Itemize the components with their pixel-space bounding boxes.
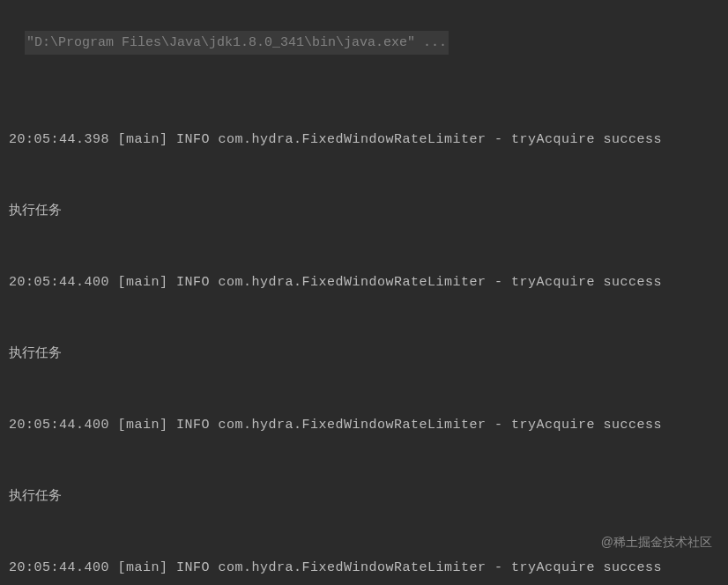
log-line: 20:05:44.400 [main] INFO com.hydra.Fixed…: [9, 413, 719, 437]
log-line: 20:05:44.400 [main] INFO com.hydra.Fixed…: [9, 270, 719, 294]
task-result: 执行任务: [9, 342, 719, 366]
watermark: @稀土掘金技术社区: [601, 531, 712, 553]
task-result: 执行任务: [9, 199, 719, 223]
console-output[interactable]: "D:\Program Files\Java\jdk1.8.0_341\bin\…: [9, 7, 719, 585]
command-line: "D:\Program Files\Java\jdk1.8.0_341\bin\…: [25, 31, 449, 55]
log-entries: 20:05:44.398 [main] INFO com.hydra.Fixed…: [9, 80, 719, 585]
log-line: 20:05:44.398 [main] INFO com.hydra.Fixed…: [9, 128, 719, 152]
task-result: 执行任务: [9, 485, 719, 508]
log-line: 20:05:44.400 [main] INFO com.hydra.Fixed…: [9, 556, 719, 580]
